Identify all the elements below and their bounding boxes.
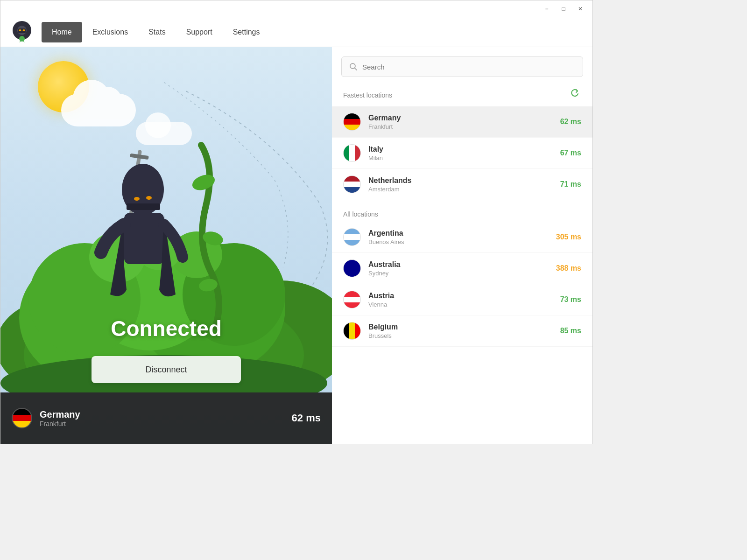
- flag-argentina: [343, 228, 361, 246]
- svg-point-3: [19, 29, 21, 31]
- server-name-australia: Australia: [368, 260, 556, 269]
- flag-belgium: [343, 322, 361, 340]
- nav-settings[interactable]: Settings: [223, 17, 270, 47]
- server-ping-germany: 62 ms: [560, 118, 581, 126]
- nav-support[interactable]: Support: [176, 17, 223, 47]
- search-input[interactable]: [362, 63, 575, 71]
- svg-rect-27: [124, 213, 164, 264]
- server-info-austria: Austria Vienna: [368, 292, 560, 308]
- status-flag: [12, 408, 32, 428]
- server-name-belgium: Belgium: [368, 323, 560, 331]
- status-city: Frankfurt: [40, 420, 292, 427]
- svg-point-5: [19, 36, 25, 42]
- close-button[interactable]: ✕: [572, 2, 589, 15]
- app-logo: [10, 20, 34, 44]
- flag-australia: [343, 259, 361, 277]
- server-item-germany[interactable]: Germany Frankfurt 62 ms: [332, 106, 592, 138]
- server-ping-australia: 388 ms: [556, 264, 581, 273]
- server-info-italy: Italy Milan: [368, 145, 560, 161]
- right-panel: Fastest locations Germany Frankfurt: [332, 47, 592, 444]
- server-item-netherlands[interactable]: Netherlands Amsterdam 71 ms: [332, 169, 592, 200]
- server-city-argentina: Buenos Aires: [368, 238, 556, 245]
- server-ping-belgium: 85 ms: [560, 327, 581, 335]
- all-locations-header: All locations: [332, 205, 592, 222]
- svg-point-4: [23, 29, 25, 31]
- server-item-austria[interactable]: Austria Vienna 73 ms: [332, 284, 592, 315]
- fastest-locations-header: Fastest locations: [332, 82, 592, 106]
- server-info-australia: Australia Sydney: [368, 260, 556, 277]
- status-info: Germany Frankfurt: [40, 409, 292, 427]
- server-name-italy: Italy: [368, 145, 560, 154]
- navbar: Home Exclusions Stats Support Settings: [0, 17, 592, 47]
- search-bar[interactable]: [341, 56, 583, 77]
- flag-netherlands: [343, 175, 361, 193]
- server-item-australia[interactable]: Australia Sydney 388 ms: [332, 253, 592, 284]
- server-ping-italy: 67 ms: [560, 149, 581, 157]
- search-icon: [349, 63, 358, 71]
- server-ping-netherlands: 71 ms: [560, 180, 581, 189]
- fastest-locations-title: Fastest locations: [343, 91, 392, 99]
- server-name-netherlands: Netherlands: [368, 176, 560, 185]
- app-window: − □ ✕ Home Exclusions Stats Support: [0, 0, 593, 444]
- nav-exclusions[interactable]: Exclusions: [82, 17, 138, 47]
- server-city-italy: Milan: [368, 154, 560, 161]
- nav-home[interactable]: Home: [42, 22, 82, 42]
- disconnect-button[interactable]: Disconnect: [92, 356, 241, 383]
- nav-stats[interactable]: Stats: [138, 17, 176, 47]
- bush-svg: [0, 122, 332, 392]
- left-panel: Connected Disconnect Germany Frankfurt 6…: [0, 47, 332, 444]
- server-city-austria: Vienna: [368, 301, 560, 308]
- flag-germany: [343, 113, 361, 131]
- svg-rect-24: [127, 203, 160, 210]
- svg-point-18: [190, 172, 217, 193]
- server-city-netherlands: Amsterdam: [368, 186, 560, 193]
- status-country: Germany: [40, 409, 292, 420]
- server-city-australia: Sydney: [368, 270, 556, 277]
- nav-menu: Home Exclusions Stats Support Settings: [42, 17, 270, 47]
- status-bar: Germany Frankfurt 62 ms: [0, 392, 332, 444]
- flag-italy: [343, 144, 361, 162]
- server-item-belgium[interactable]: Belgium Brussels 85 ms: [332, 315, 592, 347]
- svg-line-29: [355, 68, 357, 70]
- server-item-italy[interactable]: Italy Milan 67 ms: [332, 138, 592, 169]
- maximize-button[interactable]: □: [555, 2, 572, 15]
- server-city-germany: Frankfurt: [368, 123, 560, 130]
- status-ping: 62 ms: [292, 412, 321, 424]
- flag-austria: [343, 291, 361, 308]
- server-city-belgium: Brussels: [368, 332, 560, 339]
- main-content: Connected Disconnect Germany Frankfurt 6…: [0, 47, 592, 444]
- refresh-icon: [570, 89, 579, 98]
- server-name-austria: Austria: [368, 292, 560, 300]
- server-info-germany: Germany Frankfurt: [368, 114, 560, 130]
- titlebar: − □ ✕: [0, 0, 592, 17]
- server-ping-austria: 73 ms: [560, 295, 581, 304]
- refresh-button[interactable]: [568, 87, 581, 103]
- server-item-argentina[interactable]: Argentina Buenos Aires 305 ms: [332, 222, 592, 253]
- server-info-argentina: Argentina Buenos Aires: [368, 229, 556, 245]
- server-name-argentina: Argentina: [368, 229, 556, 238]
- connection-status-text: Connected: [0, 316, 332, 341]
- server-list: Germany Frankfurt 62 ms Italy Milan 67 m…: [332, 106, 592, 444]
- server-ping-argentina: 305 ms: [556, 233, 581, 241]
- svg-point-25: [134, 197, 140, 201]
- svg-point-26: [146, 196, 152, 200]
- illustration-scene: [0, 122, 332, 392]
- server-info-belgium: Belgium Brussels: [368, 323, 560, 339]
- all-locations-title: All locations: [343, 210, 378, 218]
- server-info-netherlands: Netherlands Amsterdam: [368, 176, 560, 193]
- server-name-germany: Germany: [368, 114, 560, 122]
- minimize-button[interactable]: −: [538, 2, 555, 15]
